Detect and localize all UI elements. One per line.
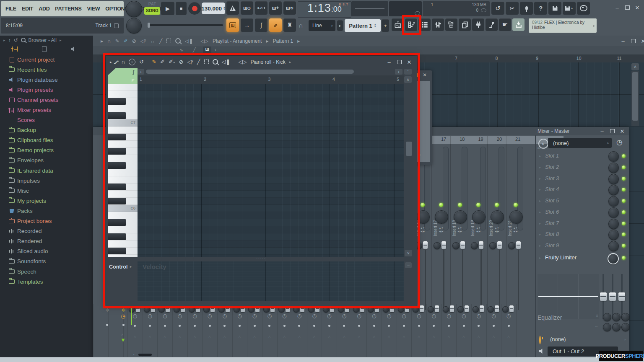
- strip-knob[interactable]: [443, 306, 449, 313]
- eq-band-knob[interactable]: [603, 313, 611, 321]
- playlist-draw-icon[interactable]: ✎: [115, 38, 119, 44]
- browser-search-icon[interactable]: [21, 38, 26, 42]
- mixer-slot-row[interactable]: ▸Slot 7: [536, 218, 630, 229]
- loop-record-button[interactable]: ш↻: [283, 1, 296, 15]
- link-button[interactable]: ∞: [269, 18, 282, 32]
- mixer-strip-bottom[interactable]: ◷▵: [501, 304, 516, 357]
- strip-clock-icon[interactable]: ◷: [307, 313, 322, 319]
- stereo-sep-knob[interactable]: [452, 242, 460, 249]
- strip-fader-handle[interactable]: [420, 305, 424, 312]
- mixer-strip-bottom[interactable]: ◷▵: [411, 304, 426, 357]
- mixer-strip-bottom[interactable]: ◷▵: [337, 304, 352, 357]
- playlist-scroll-up-button[interactable]: ˄: [631, 63, 639, 70]
- strip-clock-icon[interactable]: ◷: [187, 313, 203, 319]
- latency-clock-icon[interactable]: ◷: [616, 138, 623, 147]
- main-pitch-knob[interactable]: [126, 18, 142, 34]
- strip-arm-icon[interactable]: ▵: [366, 334, 382, 339]
- plugin-window-button[interactable]: [472, 18, 484, 31]
- mixer-strip-bottom[interactable]: ◷▵: [426, 304, 441, 357]
- fader-handle[interactable]: [479, 241, 483, 249]
- browser-item[interactable]: Rendered: [0, 236, 93, 246]
- strip-dot-led[interactable]: [164, 325, 166, 327]
- playlist-mute-icon[interactable]: ◁ˣ: [140, 38, 146, 44]
- playlist-close-button[interactable]: ✕: [639, 38, 644, 44]
- mixer-slot-row[interactable]: ▸Slot 8: [536, 229, 630, 240]
- swing-button[interactable]: ʃ: [255, 18, 267, 32]
- restore-button[interactable]: [623, 4, 631, 11]
- peak-meter-panel[interactable]: [389, 1, 422, 16]
- browser-item[interactable]: Backup: [0, 125, 93, 135]
- strip-clock-icon[interactable]: ◷: [322, 313, 337, 319]
- strip-clock-icon[interactable]: ◷: [172, 313, 187, 319]
- browser-item[interactable]: IL shared data: [0, 165, 93, 176]
- mixer-strip-bottom[interactable]: ◷▵: [127, 304, 143, 357]
- dock-down-icon[interactable]: ▼: [120, 337, 126, 343]
- strip-arm-icon[interactable]: ▵: [202, 334, 217, 339]
- shuffle-slider[interactable]: [148, 24, 223, 26]
- strip-dot-led[interactable]: [508, 325, 510, 327]
- strip-dot-led[interactable]: [239, 325, 241, 327]
- strip-arm-icon[interactable]: ▵: [456, 334, 471, 339]
- strip-arm-icon[interactable]: ▵: [307, 334, 322, 339]
- eq-band-knob[interactable]: [612, 313, 621, 321]
- track-pan-knob[interactable]: [491, 210, 504, 224]
- leftright-arrows-icon[interactable]: ◀ ▶: [451, 230, 469, 233]
- strip-dot-led[interactable]: [194, 325, 196, 327]
- stereo-sep-knob[interactable]: [489, 242, 496, 249]
- save-new-version-button[interactable]: ⇣: [563, 2, 576, 15]
- undo-button[interactable]: ↺: [491, 2, 504, 15]
- eq-high-slider[interactable]: [618, 274, 626, 319]
- browser-collapse-icon[interactable]: ▸: [3, 38, 5, 42]
- eq-graph[interactable]: [538, 274, 599, 319]
- strip-dot-led[interactable]: [209, 325, 211, 327]
- automation-tab-icon[interactable]: ╱: [193, 47, 196, 53]
- playlist-maximize-button[interactable]: [629, 38, 637, 44]
- content-downloader-button[interactable]: [512, 18, 525, 31]
- strip-arm-icon[interactable]: ▵: [187, 334, 203, 339]
- mixer-strip-bottom[interactable]: ◷▵: [352, 304, 367, 357]
- playlist-options-icon[interactable]: ▸: [101, 38, 103, 44]
- track-enable-led[interactable]: [476, 203, 480, 207]
- strip-arm-icon[interactable]: ▵: [397, 334, 412, 339]
- strip-arm-icon[interactable]: ▵: [262, 334, 277, 339]
- strip-arm-icon[interactable]: ▵: [277, 334, 292, 339]
- mixer-slot-row[interactable]: ▸Slot 9: [536, 240, 630, 251]
- strip-dot-led[interactable]: [463, 325, 465, 327]
- leftright-arrows-icon[interactable]: ◀ ▶: [488, 230, 506, 233]
- slot-mix-knob[interactable]: [608, 163, 619, 173]
- playlist-preview-icon[interactable]: ◁▷: [201, 38, 208, 44]
- slot-enable-led[interactable]: [622, 154, 626, 158]
- eq-slider-handle[interactable]: [609, 292, 616, 301]
- limiter-mix-knob[interactable]: [608, 253, 619, 264]
- strip-clock-icon[interactable]: ◷: [292, 313, 307, 319]
- strip-dot-led[interactable]: [493, 325, 495, 327]
- strip-dot-led[interactable]: [134, 325, 136, 327]
- strip-arm-icon[interactable]: ▵: [127, 334, 143, 339]
- step-edit-button[interactable]: ш: [226, 18, 239, 32]
- cut-button[interactable]: ✂: [506, 2, 519, 15]
- track-enable-led[interactable]: [421, 203, 425, 207]
- mixer-strip-bottom[interactable]: ◷▵: [456, 304, 471, 357]
- mixer-strip-bottom[interactable]: ◷▵: [366, 304, 382, 357]
- strip-dot-led[interactable]: [418, 325, 420, 327]
- mixer-strip-bottom[interactable]: ◷▵: [322, 304, 337, 357]
- fader-handle[interactable]: [460, 241, 465, 249]
- strip-arm-icon[interactable]: ▵: [382, 334, 397, 339]
- overdub-button[interactable]: ш+: [269, 1, 282, 15]
- audio-track-tab-icon[interactable]: ∿: [179, 47, 183, 53]
- browser-item[interactable]: Project bones: [0, 216, 93, 226]
- mixer-slot-row[interactable]: ▸Slot 5: [536, 195, 630, 207]
- typing-keyboard-button[interactable]: ♜: [283, 18, 296, 32]
- playlist-stretch-icon[interactable]: ↔: [150, 38, 155, 44]
- strip-dot-led[interactable]: [403, 325, 405, 327]
- tempo-display[interactable]: 130.000 ▲▼: [202, 3, 225, 14]
- leftright-arrows-icon[interactable]: ◀ ▶: [469, 230, 488, 233]
- strip-knob[interactable]: [457, 306, 464, 313]
- strip-arm-icon[interactable]: ▵: [471, 334, 486, 339]
- browser-item[interactable]: Mixer presets: [0, 105, 93, 115]
- browser-item[interactable]: Misc: [0, 186, 93, 196]
- mixer-strip-bottom[interactable]: ◷▵: [187, 304, 203, 357]
- strip-dot-led[interactable]: [478, 325, 480, 327]
- strip-dot-led[interactable]: [268, 325, 270, 327]
- mixer-strip-bottom[interactable]: ◷▵: [397, 304, 412, 357]
